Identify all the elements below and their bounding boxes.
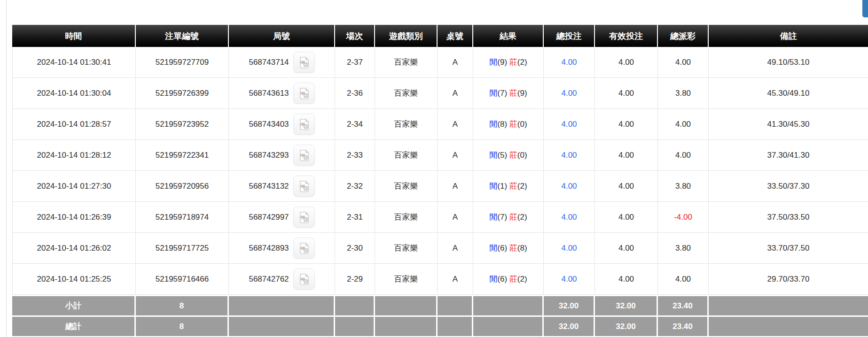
cell-game-type: 百家樂 bbox=[375, 264, 438, 295]
video-file-icon bbox=[297, 56, 311, 69]
summary-label: 小計 bbox=[12, 295, 136, 315]
cell-round-number: 568743132 bbox=[229, 171, 335, 202]
cell-session: 2-31 bbox=[335, 202, 375, 233]
payout-value: 4.00 bbox=[675, 58, 691, 67]
video-replay-button[interactable] bbox=[293, 145, 315, 166]
player-result-score: (5) bbox=[497, 151, 507, 160]
cell-bet-number: 521959716466 bbox=[136, 264, 229, 295]
summary-row: 總計 8 32.00 32.00 23.40 bbox=[12, 315, 868, 336]
cell-payout: 4.00 bbox=[658, 264, 709, 295]
banker-result-label: 莊 bbox=[509, 58, 517, 67]
cell-remark: 49.10/53.10 bbox=[709, 47, 868, 78]
bet-history-table: 時間注單編號局號場次遊戲類別桌號結果總投注有效投注總派彩備註 2024-10-1… bbox=[12, 25, 868, 336]
cell-total-bet: 4.00 bbox=[544, 140, 595, 171]
cell-remark: 33.70/37.50 bbox=[709, 233, 868, 264]
total-bet-link[interactable]: 4.00 bbox=[561, 182, 577, 191]
cell-remark: 45.30/49.10 bbox=[709, 78, 868, 109]
summary-label: 總計 bbox=[12, 315, 136, 336]
column-header: 總派彩 bbox=[658, 25, 709, 47]
cell-table-number: A bbox=[438, 233, 473, 264]
player-result-label: 閒 bbox=[489, 58, 497, 67]
cell-game-type: 百家樂 bbox=[375, 47, 438, 78]
payout-value: 4.00 bbox=[675, 275, 691, 283]
column-header: 場次 bbox=[335, 25, 375, 47]
round-number: 568742997 bbox=[249, 213, 289, 222]
cell-round-number: 568742997 bbox=[229, 202, 335, 233]
video-replay-button[interactable] bbox=[293, 207, 315, 228]
cell-table-number: A bbox=[438, 171, 473, 202]
column-header: 有效投注 bbox=[595, 25, 658, 47]
cell-total-bet: 4.00 bbox=[544, 264, 595, 295]
cell-time: 2024-10-14 01:28:12 bbox=[12, 140, 136, 171]
floating-side-button[interactable] bbox=[862, 0, 868, 17]
cell-payout: 4.00 bbox=[658, 109, 709, 140]
summary-remark bbox=[709, 315, 868, 336]
total-bet-link[interactable]: 4.00 bbox=[561, 275, 577, 283]
cell-session: 2-32 bbox=[335, 171, 375, 202]
summary-row: 小計 8 32.00 32.00 23.40 bbox=[12, 295, 868, 315]
cell-result: 閒(9) 莊(2) bbox=[473, 47, 544, 78]
table-row: 2024-10-14 01:30:04 521959726399 5687436… bbox=[12, 78, 868, 109]
cell-result: 閒(8) 莊(0) bbox=[473, 109, 544, 140]
summary-count: 8 bbox=[136, 295, 229, 315]
video-file-icon bbox=[297, 273, 311, 286]
cell-game-type: 百家樂 bbox=[375, 78, 438, 109]
player-result-score: (9) bbox=[497, 58, 507, 67]
cell-time: 2024-10-14 01:25:25 bbox=[12, 264, 136, 295]
table-row: 2024-10-14 01:28:12 521959722341 5687432… bbox=[12, 140, 868, 171]
total-bet-link[interactable]: 4.00 bbox=[561, 89, 577, 98]
column-header: 總投注 bbox=[544, 25, 595, 47]
cell-table-number: A bbox=[438, 264, 473, 295]
table-row: 2024-10-14 01:28:57 521959723952 5687434… bbox=[12, 109, 868, 140]
video-replay-button[interactable] bbox=[293, 52, 315, 73]
video-replay-button[interactable] bbox=[293, 268, 315, 290]
player-result-label: 閒 bbox=[489, 275, 497, 283]
video-replay-button[interactable] bbox=[293, 176, 315, 197]
cell-round-number: 568742762 bbox=[229, 264, 335, 295]
cell-remark: 37.30/41.30 bbox=[709, 140, 868, 171]
round-number: 568743613 bbox=[249, 89, 289, 98]
video-file-icon bbox=[297, 118, 311, 131]
total-bet-link[interactable]: 4.00 bbox=[561, 151, 577, 160]
cell-table-number: A bbox=[438, 78, 473, 109]
banker-result-score: (2) bbox=[517, 213, 527, 222]
cell-payout: 3.80 bbox=[658, 233, 709, 264]
summary-payout: 23.40 bbox=[658, 295, 709, 315]
cell-remark: 33.50/37.30 bbox=[709, 171, 868, 202]
cell-remark: 29.70/33.70 bbox=[709, 264, 868, 295]
cell-valid-bet: 4.00 bbox=[595, 78, 658, 109]
banker-result-score: (9) bbox=[517, 89, 527, 98]
column-header: 注單編號 bbox=[136, 25, 229, 47]
cell-game-type: 百家樂 bbox=[375, 171, 438, 202]
player-result-label: 閒 bbox=[489, 120, 497, 129]
video-replay-button[interactable] bbox=[293, 237, 315, 259]
player-result-score: (1) bbox=[497, 182, 507, 191]
cell-bet-number: 521959720956 bbox=[136, 171, 229, 202]
video-replay-button[interactable] bbox=[293, 114, 315, 135]
cell-time: 2024-10-14 01:30:41 bbox=[12, 47, 136, 78]
cell-total-bet: 4.00 bbox=[544, 202, 595, 233]
cell-time: 2024-10-14 01:27:30 bbox=[12, 171, 136, 202]
cell-payout: 3.80 bbox=[658, 78, 709, 109]
total-bet-link[interactable]: 4.00 bbox=[561, 213, 577, 222]
cell-total-bet: 4.00 bbox=[544, 47, 595, 78]
cell-valid-bet: 4.00 bbox=[595, 202, 658, 233]
cell-time: 2024-10-14 01:28:57 bbox=[12, 109, 136, 140]
cell-result: 閒(7) 莊(2) bbox=[473, 202, 544, 233]
round-number: 568743403 bbox=[249, 120, 289, 129]
total-bet-link[interactable]: 4.00 bbox=[561, 120, 577, 129]
table-row: 2024-10-14 01:26:39 521959718974 5687429… bbox=[12, 202, 868, 233]
player-result-label: 閒 bbox=[489, 151, 497, 160]
banker-result-score: (0) bbox=[517, 151, 527, 160]
cell-total-bet: 4.00 bbox=[544, 109, 595, 140]
table-row: 2024-10-14 01:25:25 521959716466 5687427… bbox=[12, 264, 868, 295]
player-result-label: 閒 bbox=[489, 213, 497, 222]
cell-payout: 4.00 bbox=[658, 47, 709, 78]
total-bet-link[interactable]: 4.00 bbox=[561, 58, 577, 67]
payout-value: 3.80 bbox=[675, 244, 691, 253]
video-replay-button[interactable] bbox=[293, 83, 315, 104]
total-bet-link[interactable]: 4.00 bbox=[561, 244, 577, 253]
cell-total-bet: 4.00 bbox=[544, 78, 595, 109]
cell-session: 2-29 bbox=[335, 264, 375, 295]
cell-round-number: 568743403 bbox=[229, 109, 335, 140]
